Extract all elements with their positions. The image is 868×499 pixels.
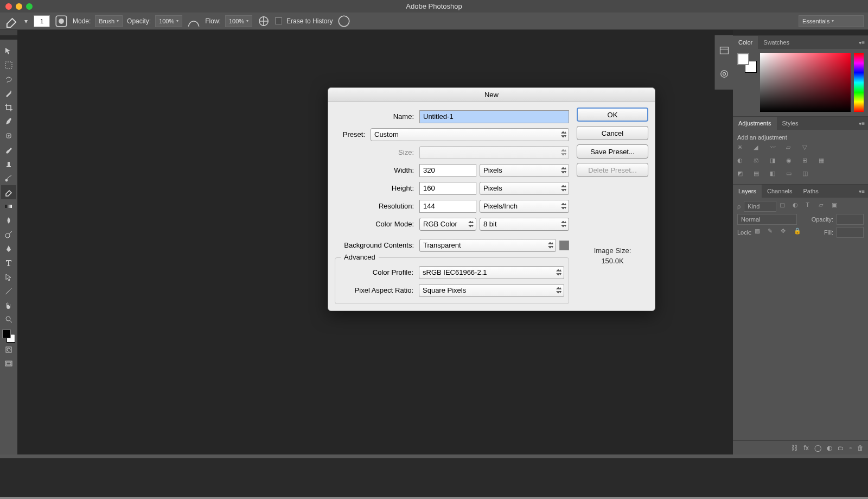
adjustments-panel-menu-icon[interactable]: ▾≡: [856, 117, 868, 130]
layer-fx-icon[interactable]: fx: [803, 444, 808, 452]
vibrance-icon[interactable]: ▽: [802, 144, 812, 154]
color-swatch-pair[interactable]: [737, 53, 757, 73]
gradient-tool[interactable]: [1, 199, 16, 213]
foreground-background-swatch[interactable]: [2, 330, 15, 343]
brightness-contrast-icon[interactable]: ☀: [737, 144, 747, 154]
type-tool[interactable]: [1, 256, 16, 270]
move-tool[interactable]: [1, 44, 16, 58]
posterize-icon[interactable]: ▤: [754, 170, 763, 180]
opacity-select[interactable]: 100%▾: [155, 15, 182, 27]
quick-mask-tool[interactable]: [1, 343, 16, 357]
tab-swatches[interactable]: Swatches: [758, 36, 795, 49]
bw-icon[interactable]: ◨: [770, 157, 780, 167]
path-selection-tool[interactable]: [1, 270, 16, 284]
filter-adjust-icon[interactable]: ◐: [793, 201, 802, 211]
brush-tool[interactable]: [1, 143, 16, 157]
opacity-pressure-icon[interactable]: [187, 15, 201, 27]
zoom-tool[interactable]: [1, 312, 16, 326]
resolution-unit-select[interactable]: Pixels/Inch▴▾: [480, 200, 569, 213]
color-lookup-icon[interactable]: ▦: [819, 157, 828, 167]
brush-size-input[interactable]: [34, 15, 50, 27]
color-balance-icon[interactable]: ⚖: [754, 157, 763, 167]
threshold-icon[interactable]: ◧: [770, 170, 780, 180]
history-panel-icon[interactable]: [719, 45, 730, 55]
exposure-icon[interactable]: ▱: [786, 144, 796, 154]
lock-pixels-icon[interactable]: ✎: [768, 228, 777, 237]
tool-preset-picker[interactable]: ▾: [23, 15, 29, 27]
filter-type-icon[interactable]: T: [806, 201, 815, 211]
lock-transparent-icon[interactable]: ▩: [755, 228, 764, 237]
ok-button[interactable]: OK: [577, 108, 648, 122]
link-layers-icon[interactable]: ⛓: [792, 444, 798, 452]
layer-fill-select[interactable]: [837, 227, 864, 238]
mode-select[interactable]: Brush▾: [95, 15, 123, 27]
name-input[interactable]: [419, 110, 569, 123]
magic-wand-tool[interactable]: [1, 86, 16, 100]
healing-brush-tool[interactable]: [1, 129, 16, 143]
hue-sat-icon[interactable]: ◐: [737, 157, 747, 167]
blur-tool[interactable]: [1, 213, 16, 228]
eraser-tool[interactable]: [1, 185, 16, 199]
channel-mixer-icon[interactable]: ⊞: [802, 157, 812, 167]
tab-paths[interactable]: Paths: [798, 185, 824, 198]
invert-icon[interactable]: ◩: [737, 170, 747, 180]
filter-pixel-icon[interactable]: ▢: [780, 201, 789, 211]
save-preset-button[interactable]: Save Preset...: [577, 144, 648, 159]
pressure-size-icon[interactable]: [337, 15, 351, 27]
clone-stamp-tool[interactable]: [1, 157, 16, 171]
dodge-tool[interactable]: [1, 228, 16, 242]
lock-position-icon[interactable]: ✥: [781, 228, 790, 237]
lock-all-icon[interactable]: 🔒: [794, 228, 803, 237]
eyedropper-tool[interactable]: [1, 115, 16, 129]
tab-channels[interactable]: Channels: [762, 185, 797, 198]
color-field[interactable]: [760, 53, 851, 112]
layer-mask-icon[interactable]: ◯: [814, 444, 821, 452]
levels-icon[interactable]: ◢: [754, 144, 763, 154]
pen-tool[interactable]: [1, 242, 16, 256]
preset-select[interactable]: Custom▴▾: [371, 128, 569, 141]
flow-select[interactable]: 100%▾: [225, 15, 252, 27]
hue-slider[interactable]: [854, 53, 864, 112]
curves-icon[interactable]: 〰: [770, 144, 780, 154]
color-panel-menu-icon[interactable]: ▾≡: [856, 36, 868, 49]
erase-to-history-checkbox[interactable]: [275, 17, 282, 24]
properties-panel-icon[interactable]: [719, 68, 730, 78]
new-fill-adjust-icon[interactable]: ◐: [827, 444, 832, 452]
history-brush-tool[interactable]: [1, 171, 16, 185]
tab-layers[interactable]: Layers: [733, 185, 762, 198]
tab-adjustments[interactable]: Adjustments: [733, 117, 777, 130]
tab-color[interactable]: Color: [733, 36, 758, 49]
brush-preset-picker[interactable]: [54, 15, 68, 27]
workspace-select[interactable]: Essentials▾: [799, 15, 864, 27]
tab-styles[interactable]: Styles: [777, 117, 804, 130]
foreground-color-swatch[interactable]: [2, 330, 11, 338]
blend-mode-select[interactable]: Normal: [737, 214, 797, 225]
marquee-tool[interactable]: [1, 58, 16, 72]
height-input[interactable]: [419, 182, 476, 195]
fg-swatch[interactable]: [737, 53, 749, 65]
layer-filter-select[interactable]: Kind: [744, 201, 776, 212]
hand-tool[interactable]: [1, 298, 16, 312]
width-input[interactable]: [419, 164, 476, 177]
filter-smart-icon[interactable]: ▣: [832, 201, 841, 211]
color-profile-select[interactable]: sRGB IEC61966-2.1▴▾: [419, 266, 564, 279]
photo-filter-icon[interactable]: ◉: [786, 157, 796, 167]
bg-select[interactable]: Transparent▴▾: [419, 239, 556, 252]
delete-layer-icon[interactable]: 🗑: [857, 444, 864, 452]
airbrush-icon[interactable]: [257, 15, 271, 27]
line-tool[interactable]: [1, 284, 16, 298]
height-unit-select[interactable]: Pixels▴▾: [480, 182, 569, 195]
layer-opacity-select[interactable]: [837, 214, 864, 225]
filter-shape-icon[interactable]: ▱: [819, 201, 828, 211]
par-select[interactable]: Square Pixels▴▾: [419, 284, 564, 297]
lasso-tool[interactable]: [1, 72, 16, 86]
new-layer-icon[interactable]: ▫: [850, 444, 852, 452]
color-depth-select[interactable]: 8 bit▴▾: [480, 218, 569, 231]
color-mode-select[interactable]: RGB Color▴▾: [419, 218, 476, 231]
eraser-tool-icon[interactable]: [4, 15, 18, 27]
layers-panel-menu-icon[interactable]: ▾≡: [856, 185, 868, 198]
new-group-icon[interactable]: 🗀: [838, 444, 844, 452]
gradient-map-icon[interactable]: ▭: [786, 170, 796, 180]
screen-mode-tool[interactable]: [1, 357, 16, 371]
bg-color-swatch[interactable]: [559, 241, 569, 250]
